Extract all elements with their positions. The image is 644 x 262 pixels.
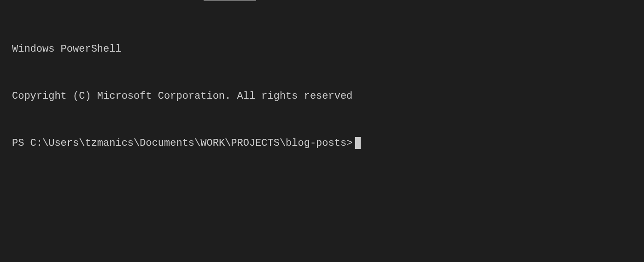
cursor-icon [355, 137, 361, 149]
prompt-path: C:\Users\tzmanics\Documents\WORK\PROJECT… [30, 136, 347, 151]
prompt-suffix: > [346, 136, 352, 151]
terminal-output[interactable]: Windows PowerShell Copyright (C) Microso… [12, 10, 361, 167]
active-tab-indicator [204, 0, 256, 1]
shell-title: Windows PowerShell [12, 42, 361, 57]
prompt-line[interactable]: PS C:\Users\tzmanics\Documents\WORK\PROJ… [12, 136, 361, 151]
prompt-prefix: PS [12, 136, 30, 151]
shell-copyright: Copyright (C) Microsoft Corporation. All… [12, 89, 361, 104]
